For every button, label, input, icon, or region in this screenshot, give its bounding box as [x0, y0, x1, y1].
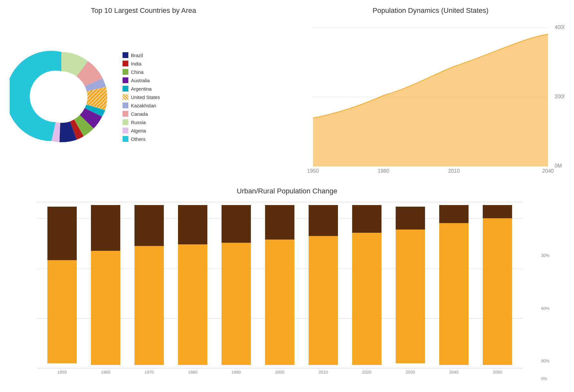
- bar-rural-2030: [396, 230, 425, 363]
- legend-color-united-states: [123, 94, 128, 100]
- legend-item-algeria: Algeria: [123, 128, 160, 133]
- legend-item-argentina: Argentina: [123, 86, 160, 92]
- legend-label-others: Others: [131, 136, 145, 142]
- bar-rural-2010: [309, 236, 338, 365]
- bar-x-label-2030: 2030: [389, 368, 432, 378]
- bar-urban-1990: [222, 205, 251, 242]
- bar-stack-2030: [396, 207, 425, 368]
- legend-label-argentina: Argentina: [131, 86, 152, 92]
- legend-color-algeria: [123, 128, 128, 133]
- bar-x-label-2000: 2000: [258, 368, 302, 378]
- legend-label-brazil: Brazil: [131, 53, 143, 58]
- bar-x-labels: 1950196019701980199020002010202020302040…: [37, 368, 522, 378]
- svg-text:200M: 200M: [555, 93, 564, 99]
- donut-center: [36, 72, 86, 122]
- bar-group-2000: [258, 202, 302, 368]
- bar-urban-1970: [134, 205, 164, 246]
- legend-color-canada: [123, 111, 128, 117]
- bar-stack-1950: [47, 207, 77, 368]
- svg-text:1980: 1980: [378, 168, 389, 173]
- y-label-60: 60%: [541, 306, 549, 310]
- y-label-0: 0%: [541, 376, 547, 381]
- bar-x-label-2040: 2040: [432, 368, 476, 378]
- legend-label-kazakhstan: Kazakhstan: [131, 103, 156, 108]
- bar-stack-2020: [352, 205, 382, 368]
- pie-legend: BrazilIndiaChinaAustraliaArgentinaUnited…: [123, 52, 160, 142]
- bar-x-label-1980: 1980: [171, 368, 214, 378]
- y-label-90: 90%: [541, 358, 549, 363]
- bar-stack-1990: [222, 205, 251, 368]
- bar-stack-2050: [483, 205, 512, 368]
- legend-label-australia: Australia: [131, 78, 150, 83]
- legend-label-algeria: Algeria: [131, 128, 146, 133]
- legend-label-canada: Canada: [131, 111, 148, 117]
- area-fill: [313, 34, 548, 166]
- legend-color-kazakhstan: [123, 103, 128, 108]
- legend-item-china: China: [123, 69, 160, 75]
- bar-urban-2040: [439, 205, 469, 223]
- bar-rural-1950: [47, 260, 77, 363]
- bar-stack-2040: [439, 205, 469, 368]
- bar-x-label-2050: 2050: [476, 368, 519, 378]
- legend-item-kazakhstan: Kazakhstan: [123, 103, 160, 108]
- legend-color-argentina: [123, 86, 128, 92]
- bar-urban-1950: [47, 207, 77, 260]
- svg-text:2010: 2010: [448, 168, 460, 173]
- legend-item-brazil: Brazil: [123, 52, 160, 58]
- bar-stack-1970: [134, 205, 164, 368]
- bar-group-2040: [432, 202, 476, 368]
- y-label-30: 30%: [541, 253, 549, 258]
- bar-urban-2000: [265, 205, 295, 239]
- top-left-panel: Top 10 Largest Countries by Area: [0, 0, 287, 181]
- legend-color-brazil: [123, 52, 128, 58]
- legend-label-china: China: [131, 69, 144, 75]
- bar-stack-2010: [309, 205, 338, 368]
- legend-item-india: India: [123, 61, 160, 66]
- donut-svg: [10, 45, 113, 149]
- legend-label-united-states: United States: [131, 94, 160, 100]
- bar-chart-area: 1950196019701980199020002010202020302040…: [37, 202, 539, 378]
- bar-x-label-1960: 1960: [84, 368, 127, 378]
- bar-chart-inner: 1950196019701980199020002010202020302040…: [19, 202, 555, 378]
- legend-color-india: [123, 61, 128, 66]
- bar-stack-1960: [91, 205, 121, 368]
- bar-urban-2030: [396, 207, 425, 229]
- legend-item-others: Others: [123, 136, 160, 142]
- bar-stack-1980: [178, 205, 208, 368]
- bar-chart-wrap: 1950196019701980199020002010202020302040…: [19, 202, 555, 378]
- bar-x-label-1990: 1990: [214, 368, 258, 378]
- bar-urban-1960: [91, 205, 121, 251]
- svg-text:1950: 1950: [307, 168, 319, 173]
- legend-color-australia: [123, 77, 128, 83]
- bar-stack-2000: [265, 205, 295, 368]
- bar-rural-1980: [178, 244, 208, 365]
- bar-group-1980: [171, 202, 214, 368]
- bar-chart-title: Urban/Rural Population Change: [19, 187, 555, 195]
- donut-chart-title: Top 10 Largest Countries by Area: [10, 6, 277, 15]
- svg-text:2040: 2040: [542, 168, 554, 173]
- bar-rural-1960: [91, 251, 121, 365]
- bar-rural-2050: [483, 218, 512, 365]
- area-chart: 400M 200M 0M 1950 1980 2010 2040: [297, 21, 564, 173]
- bar-rural-2040: [439, 223, 469, 365]
- donut-chart: [10, 45, 113, 149]
- bar-group-1990: [214, 202, 258, 368]
- bar-urban-1980: [178, 205, 208, 244]
- legend-label-india: India: [131, 61, 142, 66]
- legend-item-russia: Russia: [123, 119, 160, 125]
- bar-x-label-1950: 1950: [40, 368, 84, 378]
- bottom-panel: Urban/Rural Population Change: [0, 181, 574, 392]
- bar-y-axis-right: 90% 60% 30% 0%: [539, 202, 555, 378]
- svg-text:0M: 0M: [555, 163, 562, 169]
- bar-x-label-1970: 1970: [127, 368, 171, 378]
- svg-text:400M: 400M: [555, 24, 564, 30]
- bar-rural-2020: [352, 233, 382, 365]
- bar-rural-1990: [222, 243, 251, 365]
- area-chart-title: Population Dynamics (United States): [297, 6, 564, 15]
- bars-container: [37, 202, 522, 368]
- bar-urban-2050: [483, 205, 512, 218]
- legend-item-australia: Australia: [123, 77, 160, 83]
- legend-item-canada: Canada: [123, 111, 160, 117]
- bar-group-1960: [84, 202, 127, 368]
- bar-group-2010: [302, 202, 345, 368]
